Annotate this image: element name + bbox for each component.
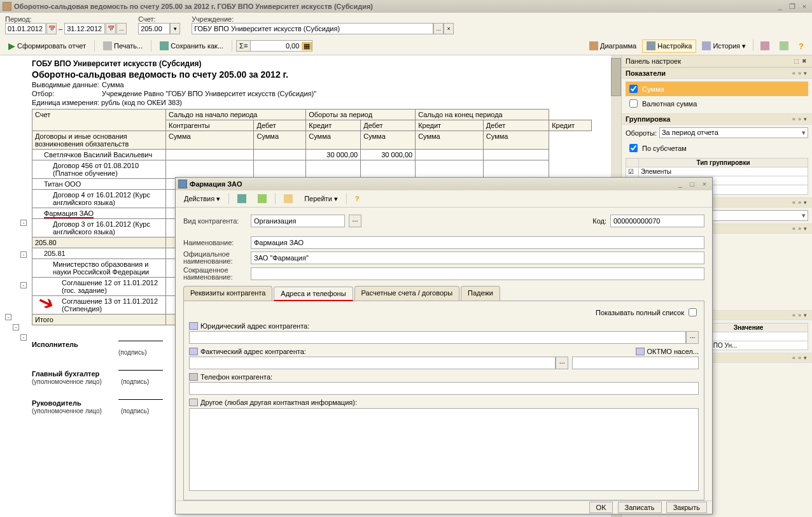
- tab-accounts[interactable]: Расчетные счета / договоры: [354, 286, 460, 301]
- modal-tabs: Реквизиты контрагента Адреса и телефоны …: [183, 286, 704, 301]
- type-select[interactable]: ...: [349, 215, 361, 227]
- disk-icon: [160, 41, 169, 50]
- refresh-icon: [258, 194, 267, 203]
- disk-icon: [237, 194, 246, 203]
- turnover-dropdown[interactable]: За период отчета▾: [659, 127, 808, 138]
- fact-address-select[interactable]: ...: [556, 357, 568, 369]
- date-to-input[interactable]: [64, 23, 105, 34]
- show-full-list[interactable]: Показывать полный список: [596, 306, 699, 318]
- app-icon: [3, 2, 11, 11]
- indicator-sum[interactable]: Сумма: [626, 81, 808, 96]
- code-input[interactable]: [610, 215, 704, 227]
- close-button[interactable]: Закрыть: [666, 502, 707, 513]
- date-from-picker[interactable]: 📅: [46, 23, 57, 34]
- main-toolbar: ▶Сформировать отчет Печать... Сохранить …: [0, 37, 812, 55]
- table-row[interactable]: Светлячков Василий Васильевич30 000,0030…: [32, 150, 592, 160]
- main-title-bar: Оборотно-сальдовая ведомость по счету 20…: [0, 0, 812, 13]
- fact-address-input[interactable]: [189, 357, 556, 369]
- write-button[interactable]: Записать: [618, 502, 662, 513]
- org-clear-button[interactable]: ×: [444, 23, 454, 34]
- list-icon: [702, 41, 711, 50]
- sum-display: Σ= 0,00 ▦: [236, 40, 312, 52]
- history-button[interactable]: История▾: [697, 39, 750, 53]
- account-input[interactable]: [138, 23, 170, 34]
- account-dropdown[interactable]: ▾: [170, 23, 180, 34]
- window-title: Оборотно-сальдовая ведомость по счету 20…: [14, 3, 775, 10]
- modal-help[interactable]: ?: [351, 193, 364, 204]
- modal-close[interactable]: ×: [699, 180, 710, 188]
- folder-icon: [284, 194, 293, 203]
- modal-maximize[interactable]: □: [687, 180, 697, 188]
- org-title: ГОБУ ВПО Университет искусств (Субсидия): [32, 59, 616, 68]
- form-report-button[interactable]: ▶Сформировать отчет: [4, 39, 90, 53]
- tool-1[interactable]: [756, 39, 774, 53]
- minimize-button[interactable]: _: [775, 3, 785, 10]
- tool-2[interactable]: [775, 39, 793, 53]
- ok-button[interactable]: OK: [589, 502, 613, 513]
- org-input[interactable]: [192, 23, 433, 34]
- tab-addresses[interactable]: Адреса и телефоны: [274, 287, 353, 301]
- note-icon: [189, 399, 198, 406]
- address-icon: [189, 348, 198, 355]
- indicator-currency[interactable]: Валютная сумма: [626, 96, 808, 111]
- contractor-dialog: Фармация ЗАО _ □ × Действия▾ Перейти▾ ? …: [175, 177, 713, 514]
- legal-address-input[interactable]: [189, 331, 686, 344]
- account-label: Счет:: [138, 15, 155, 23]
- tab-requisites[interactable]: Реквизиты контрагента: [183, 286, 272, 301]
- print-button[interactable]: Печать...: [99, 39, 147, 52]
- diagram-button[interactable]: Диаграмма: [585, 39, 641, 53]
- oktmo-icon: [636, 348, 645, 355]
- params-bar: Период: 📅 – 📅 ... Счет: ▾ Учреждение: ..…: [0, 13, 812, 37]
- close-button[interactable]: ×: [799, 3, 809, 10]
- phone-input[interactable]: [189, 382, 699, 395]
- modal-refresh-icon[interactable]: [253, 192, 271, 205]
- settings-button[interactable]: Настройка: [642, 39, 696, 53]
- oktmo-input[interactable]: [572, 357, 699, 369]
- dialog-icon: [178, 180, 187, 188]
- report-title: Оборотно-сальдовая ведомость по счету 20…: [32, 69, 616, 80]
- table-row[interactable]: Договор 456 от 01.08.2010 (Платное обуче…: [32, 160, 592, 179]
- phone-icon: [189, 373, 198, 381]
- address-icon: [189, 322, 198, 330]
- modal-minimize[interactable]: _: [675, 180, 685, 188]
- short-name-input[interactable]: [251, 267, 704, 280]
- official-name-input[interactable]: [251, 251, 704, 264]
- other-info-textarea[interactable]: [189, 408, 699, 491]
- date-to-picker[interactable]: 📅: [106, 23, 116, 34]
- chart-icon: [589, 41, 598, 50]
- goto-menu[interactable]: Перейти▾: [300, 193, 342, 205]
- calculator-icon[interactable]: ▦: [302, 42, 312, 50]
- by-subaccounts-check[interactable]: По субсчетам: [626, 141, 808, 155]
- printer-icon: [103, 41, 112, 50]
- org-select-button[interactable]: ...: [433, 23, 444, 34]
- maximize-button[interactable]: ❐: [787, 3, 797, 11]
- help-button[interactable]: ?: [794, 39, 808, 53]
- tab-cases[interactable]: Падежи: [461, 286, 500, 301]
- modal-save-icon[interactable]: [233, 192, 251, 205]
- gear-icon: [647, 41, 655, 50]
- modal-folder-icon[interactable]: [279, 192, 297, 205]
- legal-address-select[interactable]: ...: [686, 331, 699, 344]
- period-select-button[interactable]: ...: [116, 23, 127, 34]
- type-input[interactable]: [251, 215, 345, 227]
- date-from-input[interactable]: [5, 23, 46, 34]
- actions-menu[interactable]: Действия▾: [179, 193, 225, 205]
- org-label: Учреждение:: [192, 15, 234, 23]
- panel-close-icon[interactable]: ✖: [801, 58, 808, 64]
- panel-pin-icon[interactable]: ⬚: [792, 58, 801, 64]
- save-as-button[interactable]: Сохранить как...: [155, 39, 228, 52]
- name-input[interactable]: [251, 236, 704, 249]
- period-label: Период:: [5, 15, 32, 23]
